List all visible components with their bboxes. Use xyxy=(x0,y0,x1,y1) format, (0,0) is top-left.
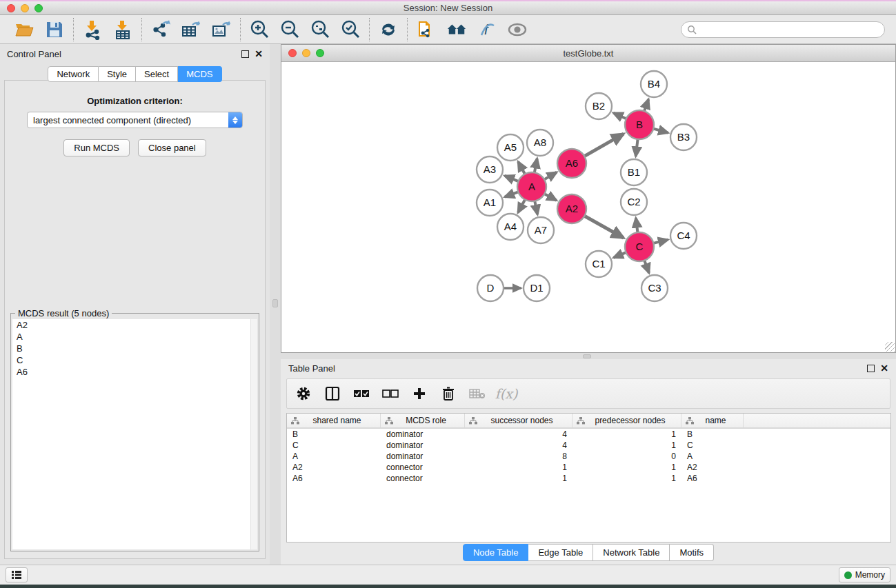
table-row[interactable]: Adominator80A xyxy=(287,451,890,462)
delete-table-icon[interactable] xyxy=(469,385,486,402)
node-B[interactable]: B xyxy=(625,110,654,139)
deselect-all-rows-icon[interactable] xyxy=(382,385,399,402)
mcds-result-item[interactable]: C xyxy=(12,354,250,366)
edge-B-B2[interactable] xyxy=(613,113,626,119)
import-table-icon[interactable] xyxy=(112,19,133,40)
zoom-in-icon[interactable] xyxy=(249,19,270,40)
edge-B-B4[interactable] xyxy=(644,99,648,111)
edge-A-A2[interactable] xyxy=(544,194,556,201)
edge-A-A6[interactable] xyxy=(544,172,557,180)
task-history-button[interactable] xyxy=(6,567,28,582)
show-hide-panel-eye-icon[interactable] xyxy=(507,19,528,40)
tab-select[interactable]: Select xyxy=(136,66,178,82)
tab-network[interactable]: Network xyxy=(48,66,99,82)
node-B1[interactable]: B1 xyxy=(621,159,647,185)
result-list-scrollbar[interactable] xyxy=(250,319,257,549)
column-header-shared-name[interactable]: shared name xyxy=(287,414,381,427)
column-header-predecessor-nodes[interactable]: predecessor nodes xyxy=(573,414,681,427)
edge-A2-C[interactable] xyxy=(584,216,624,238)
memory-button[interactable]: Memory xyxy=(839,567,890,582)
network-graph[interactable]: AA1A2A3A4A5A6A7A8BB1B2B3B4CC1C2C3C4DD1 xyxy=(281,62,895,352)
divider-handle[interactable] xyxy=(272,299,278,307)
table-settings-gear-icon[interactable] xyxy=(295,385,312,402)
mcds-result-item[interactable]: B xyxy=(12,343,250,354)
edge-A-A7[interactable] xyxy=(535,201,537,215)
tab-mcds[interactable]: MCDS xyxy=(178,66,221,82)
show-column-panel-icon[interactable] xyxy=(324,385,341,402)
vertical-split-divider[interactable] xyxy=(270,44,281,565)
edge-B-B3[interactable] xyxy=(653,129,668,133)
close-panel-button[interactable]: Close panel xyxy=(138,139,206,156)
edge-A-A3[interactable] xyxy=(505,176,519,181)
export-image-icon[interactable] xyxy=(211,19,232,40)
column-header-successor-nodes[interactable]: successor nodes xyxy=(465,414,573,427)
float-panel-icon[interactable] xyxy=(241,50,249,58)
node-A3[interactable]: A3 xyxy=(477,156,503,183)
column-header-name[interactable]: name xyxy=(681,414,744,427)
edge-C-C1[interactable] xyxy=(614,252,626,258)
tab-node-table[interactable]: Node Table xyxy=(463,544,529,561)
function-builder-icon[interactable]: f(x) xyxy=(498,385,515,402)
divider-handle[interactable] xyxy=(583,354,591,358)
node-A2[interactable]: A2 xyxy=(557,194,586,223)
close-panel-icon[interactable]: ✕ xyxy=(880,365,888,372)
home-icon[interactable] xyxy=(446,19,467,40)
tab-style[interactable]: Style xyxy=(99,66,136,82)
open-file-icon[interactable] xyxy=(14,19,34,40)
search-input[interactable] xyxy=(697,25,879,34)
float-panel-icon[interactable] xyxy=(867,365,875,372)
window-resize-grip[interactable] xyxy=(885,342,895,352)
node-C[interactable]: C xyxy=(625,232,654,261)
run-mcds-button[interactable]: Run MCDS xyxy=(63,139,130,156)
edge-A-A1[interactable] xyxy=(505,192,518,196)
node-table[interactable]: shared nameMCDS rolesuccessor nodesprede… xyxy=(286,413,891,543)
table-row[interactable]: A6connector11A6 xyxy=(287,473,890,484)
node-D[interactable]: D xyxy=(477,275,504,301)
import-network-icon[interactable] xyxy=(82,19,103,40)
node-A5[interactable]: A5 xyxy=(497,134,524,161)
edge-C-C4[interactable] xyxy=(653,240,668,243)
zoom-out-icon[interactable] xyxy=(279,19,300,40)
zoom-fit-icon[interactable] xyxy=(310,19,330,40)
horizontal-split-divider[interactable] xyxy=(281,353,896,359)
node-B3[interactable]: B3 xyxy=(670,124,697,150)
table-row[interactable]: Cdominator41C xyxy=(287,440,890,451)
node-C2[interactable]: C2 xyxy=(621,189,647,215)
export-table-icon[interactable] xyxy=(181,19,201,40)
node-A8[interactable]: A8 xyxy=(527,130,553,156)
table-row[interactable]: Bdominator41B xyxy=(287,429,890,440)
node-B4[interactable]: B4 xyxy=(641,71,667,97)
edge-A-A8[interactable] xyxy=(535,159,537,172)
hide-graphics-details-icon[interactable]: f xyxy=(477,19,497,40)
edge-A6-B[interactable] xyxy=(584,134,624,156)
mcds-result-item[interactable]: A2 xyxy=(12,319,250,331)
zoom-selected-icon[interactable] xyxy=(340,19,361,40)
export-network-icon[interactable] xyxy=(150,19,171,40)
tab-network-table[interactable]: Network Table xyxy=(593,544,670,561)
save-session-icon[interactable] xyxy=(44,19,65,40)
edge-C-C2[interactable] xyxy=(636,218,638,232)
node-C1[interactable]: C1 xyxy=(586,251,612,277)
clone-network-icon[interactable] xyxy=(416,19,437,40)
close-panel-icon[interactable]: ✕ xyxy=(255,50,263,58)
apply-layout-icon[interactable] xyxy=(378,19,399,40)
criterion-select[interactable]: largest connected component (directed) xyxy=(27,112,243,128)
select-all-rows-icon[interactable] xyxy=(353,385,370,402)
edge-C-C3[interactable] xyxy=(644,261,649,273)
node-A7[interactable]: A7 xyxy=(528,217,554,243)
node-D1[interactable]: D1 xyxy=(524,275,550,301)
create-column-plus-icon[interactable] xyxy=(411,385,428,402)
delete-columns-trash-icon[interactable] xyxy=(440,385,457,402)
node-A1[interactable]: A1 xyxy=(477,190,503,216)
mcds-result-item[interactable]: A xyxy=(12,331,250,343)
column-header-mcds-role[interactable]: MCDS role xyxy=(381,414,465,427)
edge-A-A4[interactable] xyxy=(518,200,525,213)
node-A[interactable]: A xyxy=(517,172,546,201)
node-B2[interactable]: B2 xyxy=(586,93,612,119)
node-C3[interactable]: C3 xyxy=(641,275,668,301)
node-A6[interactable]: A6 xyxy=(557,149,586,178)
node-A4[interactable]: A4 xyxy=(497,214,524,240)
network-canvas[interactable]: AA1A2A3A4A5A6A7A8BB1B2B3B4CC1C2C3C4DD1 xyxy=(281,62,895,352)
search-field[interactable] xyxy=(681,21,885,38)
table-row[interactable]: A2connector11A2 xyxy=(287,462,890,473)
